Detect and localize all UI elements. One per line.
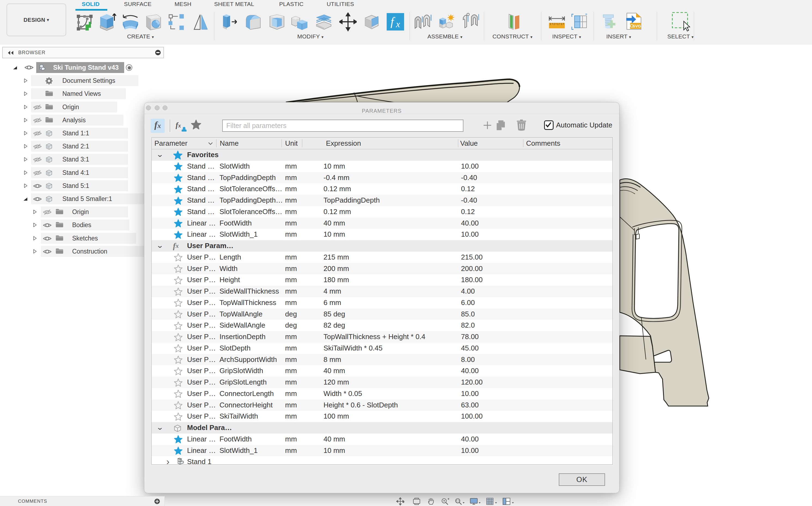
svg-text:SVG: SVG	[633, 24, 641, 28]
svg-text:x: x	[396, 19, 400, 29]
